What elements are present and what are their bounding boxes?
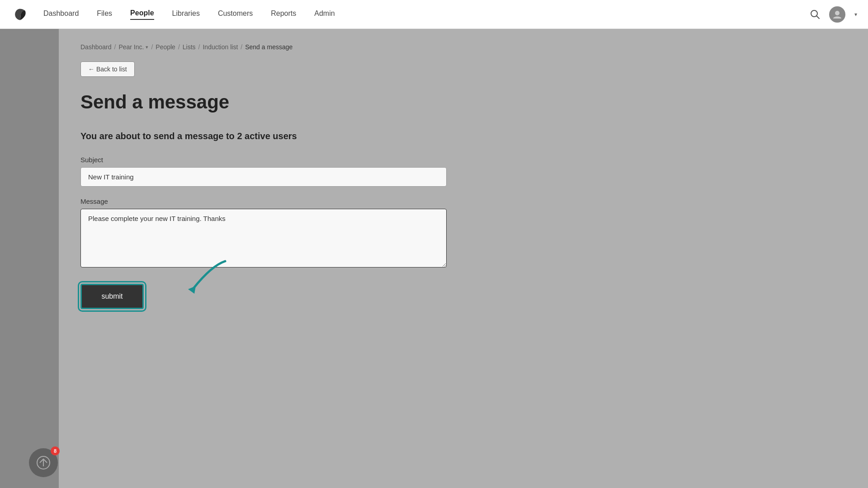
- app-logo[interactable]: [11, 5, 29, 23]
- breadcrumb-sep-3: /: [178, 43, 180, 51]
- content-area: Dashboard / Pear Inc. ▾ / People / Lists…: [59, 29, 868, 488]
- svg-marker-3: [188, 286, 196, 294]
- subject-label: Subject: [80, 156, 447, 164]
- nav-items: Dashboard Files People Libraries Custome…: [43, 9, 810, 20]
- breadcrumb-lists[interactable]: Lists: [183, 43, 196, 51]
- page-title: Send a message: [80, 91, 846, 113]
- submit-button-wrapper: submit: [80, 284, 144, 309]
- breadcrumb-people[interactable]: People: [156, 43, 175, 51]
- breadcrumb-dashboard[interactable]: Dashboard: [80, 43, 112, 51]
- user-menu-chevron[interactable]: ▾: [854, 11, 857, 18]
- breadcrumb: Dashboard / Pear Inc. ▾ / People / Lists…: [80, 43, 846, 51]
- back-to-list-button[interactable]: ← Back to list: [80, 61, 135, 77]
- breadcrumb-sep-4: /: [198, 43, 200, 51]
- nav-right: ▾: [810, 6, 857, 23]
- message-textarea[interactable]: [80, 209, 447, 267]
- message-field-group: Message: [80, 197, 447, 269]
- subject-field-group: Subject: [80, 156, 447, 187]
- top-nav: Dashboard Files People Libraries Custome…: [0, 0, 868, 29]
- breadcrumb-current: Send a message: [245, 43, 292, 51]
- nav-item-dashboard[interactable]: Dashboard: [43, 9, 79, 19]
- widget-icon[interactable]: 8: [29, 448, 58, 477]
- nav-item-files[interactable]: Files: [97, 9, 112, 19]
- breadcrumb-company[interactable]: Pear Inc. ▾: [118, 43, 148, 51]
- svg-line-1: [816, 16, 819, 19]
- breadcrumb-sep-1: /: [114, 43, 116, 51]
- search-button[interactable]: [810, 9, 820, 19]
- breadcrumb-induction-list[interactable]: Induction list: [203, 43, 238, 51]
- message-label: Message: [80, 197, 447, 205]
- breadcrumb-sep-2: /: [151, 43, 153, 51]
- subject-input[interactable]: [80, 167, 447, 187]
- nav-item-customers[interactable]: Customers: [218, 9, 253, 19]
- breadcrumb-company-link[interactable]: Pear Inc.: [118, 43, 144, 51]
- left-sidebar: [0, 29, 59, 488]
- submit-button[interactable]: submit: [80, 284, 144, 309]
- nav-item-reports[interactable]: Reports: [271, 9, 296, 19]
- main-wrapper: Dashboard / Pear Inc. ▾ / People / Lists…: [0, 29, 868, 488]
- nav-item-libraries[interactable]: Libraries: [172, 9, 200, 19]
- widget-badge: 8: [51, 446, 60, 455]
- page-subtitle: You are about to send a message to 2 act…: [80, 131, 846, 141]
- bottom-widget-wrapper[interactable]: 8: [29, 448, 58, 477]
- company-dropdown-icon[interactable]: ▾: [146, 44, 148, 50]
- nav-item-admin[interactable]: Admin: [314, 9, 335, 19]
- avatar[interactable]: [829, 6, 845, 23]
- breadcrumb-sep-5: /: [241, 43, 242, 51]
- nav-item-people[interactable]: People: [130, 9, 154, 20]
- svg-point-2: [835, 11, 840, 15]
